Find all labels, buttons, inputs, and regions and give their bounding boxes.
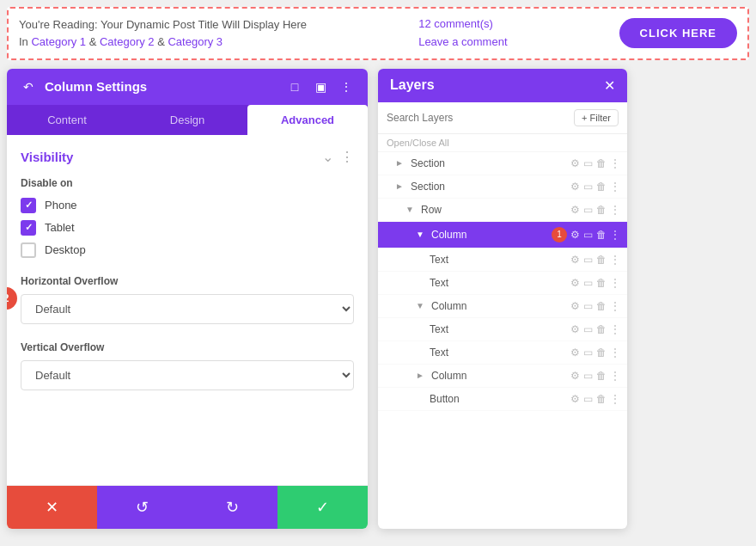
category2-link[interactable]: Category 2 <box>100 35 155 48</box>
section-more-icon[interactable]: ⋮ <box>340 149 354 165</box>
layer-column-1-label: Column <box>431 229 545 241</box>
undo-button[interactable]: ↺ <box>97 486 187 529</box>
trash-icon-t1[interactable]: 🗑 <box>596 254 607 266</box>
tab-design[interactable]: Design <box>127 105 247 135</box>
layer-section-1-icons: ⚙ ▭ 🗑 ⋮ <box>570 157 620 169</box>
layer-button-label: Button <box>430 393 567 405</box>
copy-icon-c3[interactable]: ▭ <box>583 370 593 382</box>
arrow-column-1[interactable]: ▼ <box>416 230 428 239</box>
gear-icon-t1[interactable]: ⚙ <box>570 254 580 266</box>
disable-on-label: Disable on <box>21 177 354 189</box>
gear-icon-t3[interactable]: ⚙ <box>570 323 580 335</box>
layer-section-1-label: Section <box>411 157 567 169</box>
trash-icon-t2[interactable]: 🗑 <box>596 277 607 289</box>
layer-column-2-icons: ⚙ ▭ 🗑 ⋮ <box>570 300 620 312</box>
copy-icon-t2[interactable]: ▭ <box>583 277 593 289</box>
redo-button[interactable]: ↻ <box>187 486 277 529</box>
grid-icon[interactable]: ▣ <box>311 77 330 96</box>
back-icon[interactable]: ↶ <box>19 77 38 96</box>
tab-content[interactable]: Content <box>7 105 127 135</box>
layer-text-1-label: Text <box>430 254 567 266</box>
tab-advanced[interactable]: Advanced <box>247 105 368 135</box>
more-icon-s1[interactable]: ⋮ <box>610 157 620 169</box>
save-button[interactable]: ✓ <box>277 486 368 529</box>
more-icon-t2[interactable]: ⋮ <box>610 277 620 289</box>
layer-text-2-label: Text <box>430 277 567 289</box>
gear-icon-row[interactable]: ⚙ <box>570 204 580 216</box>
checkbox-list: ✓ Phone ✓ Tablet Desktop <box>21 198 354 258</box>
more-icon-row[interactable]: ⋮ <box>610 204 620 216</box>
layers-filter-button[interactable]: + Filter <box>574 109 619 126</box>
trash-icon-s1[interactable]: 🗑 <box>596 157 607 169</box>
vertical-overflow-select[interactable]: Default <box>21 360 354 390</box>
more-icon[interactable]: ⋮ <box>337 77 356 96</box>
checkbox-phone: ✓ Phone <box>21 198 354 213</box>
checkbox-tablet-box[interactable]: ✓ <box>21 220 36 236</box>
more-icon-btn[interactable]: ⋮ <box>610 393 620 405</box>
more-icon-t4[interactable]: ⋮ <box>610 347 620 359</box>
in-label: In <box>19 35 28 48</box>
layer-text-1-icons: ⚙ ▭ 🗑 ⋮ <box>570 254 620 266</box>
checkbox-tablet-label: Tablet <box>45 221 75 234</box>
copy-icon-row[interactable]: ▭ <box>583 204 593 216</box>
arrow-column-2[interactable]: ▼ <box>416 301 428 310</box>
layers-title: Layers <box>390 77 604 93</box>
gear-icon-s1[interactable]: ⚙ <box>570 157 580 169</box>
trash-icon-c1[interactable]: 🗑 <box>596 229 607 241</box>
gear-icon-t4[interactable]: ⚙ <box>570 347 580 359</box>
more-icon-t1[interactable]: ⋮ <box>610 254 620 266</box>
layers-search-input[interactable] <box>387 112 567 124</box>
copy-icon-t3[interactable]: ▭ <box>583 323 593 335</box>
arrow-section-2[interactable]: ► <box>395 181 407 191</box>
arrow-column-3[interactable]: ► <box>416 371 428 380</box>
expand-icon[interactable]: □ <box>285 77 304 96</box>
gear-icon-c1[interactable]: ⚙ <box>570 229 580 241</box>
copy-icon-c1[interactable]: ▭ <box>583 229 593 241</box>
gear-icon-c2[interactable]: ⚙ <box>570 300 580 312</box>
copy-icon-s1[interactable]: ▭ <box>583 157 593 169</box>
trash-icon-c2[interactable]: 🗑 <box>596 300 607 312</box>
layer-column-2: ▼ Column ⚙ ▭ 🗑 ⋮ <box>378 295 627 318</box>
cancel-button[interactable]: ✕ <box>7 486 97 529</box>
copy-icon-c2[interactable]: ▭ <box>583 300 593 312</box>
checkbox-desktop-box[interactable] <box>21 242 36 258</box>
arrow-row[interactable]: ▼ <box>405 205 418 214</box>
panel-body: Visibility ⌄ ⋮ Disable on ✓ Phone ✓ <box>7 135 368 485</box>
trash-icon-s2[interactable]: 🗑 <box>596 181 607 193</box>
cta-button[interactable]: CLICK HERE <box>619 18 737 48</box>
collapse-icon[interactable]: ⌄ <box>322 149 333 165</box>
gear-icon-s2[interactable]: ⚙ <box>570 181 580 193</box>
copy-icon-btn[interactable]: ▭ <box>583 393 593 405</box>
leave-comment-link[interactable]: Leave a comment <box>418 34 507 52</box>
layers-panel: Layers ✕ + Filter Open/Close All ► Secti… <box>378 69 627 529</box>
layer-section-2-icons: ⚙ ▭ 🗑 ⋮ <box>570 181 620 193</box>
layer-column-3-icons: ⚙ ▭ 🗑 ⋮ <box>570 370 620 382</box>
trash-icon-t4[interactable]: 🗑 <box>596 347 607 359</box>
more-icon-c1[interactable]: ⋮ <box>610 229 620 241</box>
gear-icon-t2[interactable]: ⚙ <box>570 277 580 289</box>
more-icon-c2[interactable]: ⋮ <box>610 300 620 312</box>
copy-icon-t4[interactable]: ▭ <box>583 347 593 359</box>
trash-icon-t3[interactable]: 🗑 <box>596 323 607 335</box>
horizontal-overflow-select[interactable]: Default <box>21 294 354 324</box>
open-close-all[interactable]: Open/Close All <box>378 134 627 152</box>
more-icon-t3[interactable]: ⋮ <box>610 323 620 335</box>
category3-link[interactable]: Category 3 <box>168 35 223 48</box>
gear-icon-btn[interactable]: ⚙ <box>570 393 580 405</box>
more-icon-c3[interactable]: ⋮ <box>610 370 620 382</box>
trash-icon-row[interactable]: 🗑 <box>596 204 607 216</box>
layers-header: Layers ✕ <box>378 69 627 102</box>
copy-icon-t1[interactable]: ▭ <box>583 254 593 266</box>
layer-button-icons: ⚙ ▭ 🗑 ⋮ <box>570 393 620 405</box>
comments-link[interactable]: 12 comment(s) <box>418 15 507 34</box>
copy-icon-s2[interactable]: ▭ <box>583 181 593 193</box>
trash-icon-btn[interactable]: 🗑 <box>596 393 607 405</box>
checkbox-phone-box[interactable]: ✓ <box>21 198 36 213</box>
category1-link[interactable]: Category 1 <box>31 35 86 48</box>
layer-row-icons: ⚙ ▭ 🗑 ⋮ <box>570 204 620 216</box>
arrow-section-1[interactable]: ► <box>395 158 407 168</box>
more-icon-s2[interactable]: ⋮ <box>610 181 620 193</box>
gear-icon-c3[interactable]: ⚙ <box>570 370 580 382</box>
trash-icon-c3[interactable]: 🗑 <box>596 370 607 382</box>
layers-close-icon[interactable]: ✕ <box>604 77 615 94</box>
